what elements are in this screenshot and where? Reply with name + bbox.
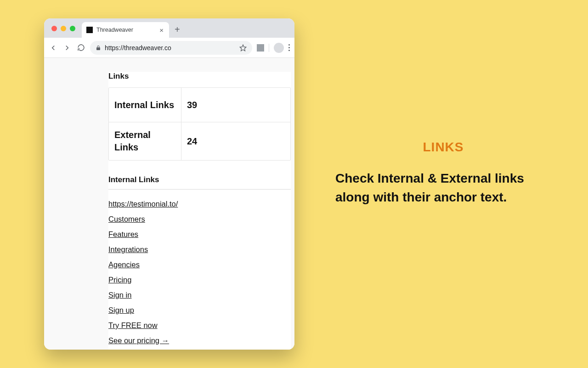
promo-description: Check Internal & External links along wi… [335, 169, 551, 207]
favicon-icon [86, 27, 93, 33]
internal-links-label: Internal Links [109, 88, 181, 122]
extension-icon[interactable] [257, 44, 264, 52]
content-pane: Links Internal Links 39 External Links 2… [108, 72, 291, 350]
close-window-button[interactable] [51, 26, 57, 31]
menu-button[interactable] [288, 44, 290, 51]
list-item[interactable]: Features [108, 230, 138, 239]
list-item[interactable]: https://testimonial.to/ [108, 200, 178, 208]
internal-links-value: 39 [181, 88, 290, 122]
browser-window: Threadweaver × + https://threadweaver.co… [44, 18, 294, 350]
maximize-window-button[interactable] [70, 26, 75, 31]
bookmark-star-icon[interactable] [239, 44, 247, 52]
list-item[interactable]: Try FREE now [108, 321, 158, 330]
internal-links-heading: Internal Links [108, 175, 291, 190]
page-body: Links Internal Links 39 External Links 2… [44, 58, 294, 350]
list-item[interactable]: Agencies [108, 260, 140, 269]
internal-links-list: https://testimonial.to/ Customers Featur… [108, 200, 291, 345]
forward-button[interactable] [62, 43, 72, 52]
external-links-value: 24 [181, 122, 290, 160]
browser-toolbar: https://threadweaver.co [44, 38, 294, 58]
list-item[interactable]: Integrations [108, 245, 148, 254]
list-item[interactable]: Sign up [108, 306, 134, 315]
profile-avatar[interactable] [274, 43, 284, 53]
minimize-window-button[interactable] [61, 26, 66, 31]
url-text: https://threadweaver.co [105, 44, 236, 52]
window-controls [51, 26, 75, 31]
back-button[interactable] [49, 43, 58, 52]
browser-tab[interactable]: Threadweaver × [82, 22, 169, 38]
links-summary-table: Internal Links 39 External Links 24 [108, 87, 291, 161]
external-links-label: External Links [109, 122, 181, 160]
address-bar[interactable]: https://threadweaver.co [90, 41, 252, 55]
tab-strip: Threadweaver × + [44, 18, 294, 38]
list-item[interactable]: Pricing [108, 276, 131, 284]
links-section-heading: Links [108, 72, 291, 81]
promo-title: LINKS [335, 140, 551, 155]
table-row: External Links 24 [109, 122, 290, 160]
close-tab-button[interactable]: × [158, 26, 164, 34]
toolbar-divider [269, 44, 269, 52]
new-tab-button[interactable]: + [175, 24, 180, 35]
list-item[interactable]: Sign in [108, 291, 131, 299]
svg-marker-0 [240, 45, 246, 51]
promo-panel: LINKS Check Internal & External links al… [335, 140, 551, 207]
list-item[interactable]: Customers [108, 215, 145, 224]
list-item[interactable]: See our pricing → [108, 336, 169, 345]
reload-button[interactable] [76, 43, 85, 52]
lock-icon [96, 45, 101, 51]
tab-title: Threadweaver [96, 27, 158, 33]
table-row: Internal Links 39 [109, 88, 290, 122]
